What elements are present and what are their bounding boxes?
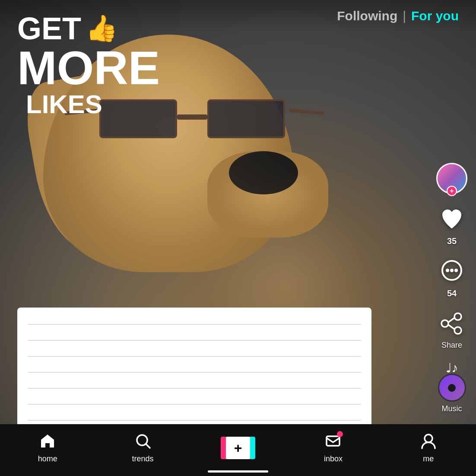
music-disc[interactable] xyxy=(438,374,466,402)
bottom-indicator xyxy=(208,470,268,473)
nav-item-inbox[interactable]: inbox xyxy=(286,433,381,463)
svg-point-4 xyxy=(454,313,461,320)
music-note-icon: ♩♪ xyxy=(446,360,458,375)
svg-point-2 xyxy=(450,269,454,272)
nav-item-me[interactable]: me xyxy=(381,433,476,463)
search-icon xyxy=(135,433,151,452)
foryou-tab[interactable]: For you xyxy=(411,9,459,23)
nav-item-create[interactable]: + xyxy=(190,437,286,459)
following-tab[interactable]: Following xyxy=(337,9,397,23)
share-button-item[interactable]: Share xyxy=(437,309,466,350)
text-line-1 xyxy=(28,324,361,325)
music-item[interactable]: ♩♪ Music xyxy=(438,360,466,413)
home-svg xyxy=(39,433,56,449)
text-line-3 xyxy=(28,356,361,357)
nav-separator: | xyxy=(403,9,406,23)
more-text: MORE xyxy=(17,44,160,92)
text-line-4 xyxy=(28,372,361,373)
text-line-5 xyxy=(28,388,361,389)
trends-label: trends xyxy=(132,454,154,463)
right-sidebar: + 35 54 xyxy=(436,163,467,413)
overlay-get-line: GET 👍 xyxy=(17,13,160,44)
creator-avatar: + xyxy=(436,163,467,194)
svg-point-12 xyxy=(425,435,432,442)
profile-icon xyxy=(420,433,437,452)
svg-point-5 xyxy=(454,327,461,334)
like-count: 35 xyxy=(447,236,457,246)
text-line-7 xyxy=(28,420,361,421)
svg-line-10 xyxy=(146,444,150,448)
overlay-text: GET 👍 MORE LIKES xyxy=(17,13,160,117)
comment-icon xyxy=(439,258,465,284)
svg-rect-11 xyxy=(327,436,340,446)
thumb-icon: 👍 xyxy=(86,16,118,41)
svg-point-1 xyxy=(446,269,449,272)
likes-text: LIKES xyxy=(26,92,160,117)
comment-button-item[interactable]: 54 xyxy=(437,257,466,298)
sg-lens-right xyxy=(207,99,285,138)
inbox-label: inbox xyxy=(324,454,343,463)
search-svg xyxy=(135,433,151,449)
nav-item-home[interactable]: home xyxy=(0,433,95,463)
text-line-2 xyxy=(28,340,361,341)
creator-avatar-item[interactable]: + xyxy=(436,163,467,194)
profile-svg xyxy=(420,433,437,449)
share-button[interactable] xyxy=(437,309,466,338)
sg-bridge xyxy=(177,114,207,120)
svg-line-7 xyxy=(448,318,454,322)
like-button-item[interactable]: 35 xyxy=(437,204,466,246)
home-icon xyxy=(39,433,56,452)
bottom-navigation: home trends + inbox xyxy=(0,424,476,476)
follow-plus[interactable]: + xyxy=(447,186,457,196)
get-text: GET xyxy=(17,13,81,44)
me-label: me xyxy=(423,454,434,463)
create-plus-icon: + xyxy=(234,440,242,456)
comment-button[interactable] xyxy=(437,257,466,286)
like-button[interactable] xyxy=(437,204,466,234)
text-line-6 xyxy=(28,404,361,405)
music-label: Music xyxy=(441,404,462,413)
create-button[interactable]: + xyxy=(222,437,254,459)
svg-point-3 xyxy=(454,269,458,272)
inbox-icon-wrapper xyxy=(325,433,341,452)
share-label: Share xyxy=(441,341,462,350)
home-label: home xyxy=(38,454,57,463)
comment-count: 54 xyxy=(447,289,457,298)
text-overlay-box xyxy=(17,308,371,437)
share-icon xyxy=(439,311,465,336)
heart-icon xyxy=(439,206,465,232)
nav-item-trends[interactable]: trends xyxy=(95,433,190,463)
svg-line-8 xyxy=(448,325,454,329)
inbox-notification-dot xyxy=(337,431,343,437)
svg-point-6 xyxy=(441,320,448,327)
